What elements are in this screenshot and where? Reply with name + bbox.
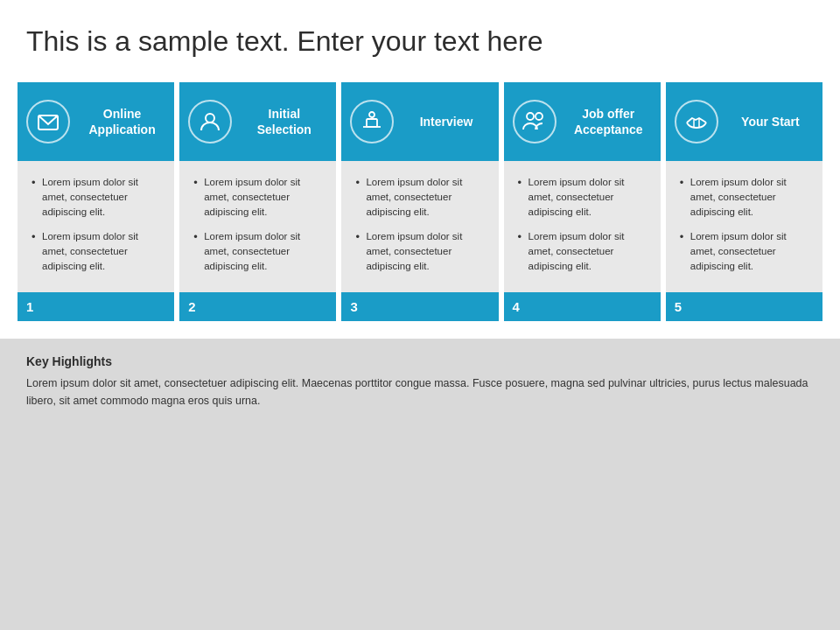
card-3-title: Interview [402,114,489,130]
svg-point-6 [536,113,542,120]
card-5-icon [675,100,718,144]
svg-point-5 [527,113,534,120]
card-2-body: Lorem ipsum dolor sit amet, consectetuer… [179,161,336,292]
list-item: Lorem ipsum dolor sit amet, consectetuer… [192,175,324,219]
card-1-header: OnlineApplication [18,82,174,161]
highlights-text: Lorem ipsum dolor sit amet, consectetuer… [26,375,814,410]
card-3-body: Lorem ipsum dolor sit amet, consectetuer… [341,161,498,292]
card-4-number: 4 [513,299,520,314]
card-1-body: Lorem ipsum dolor sit amet, consectetuer… [18,161,174,292]
card-5: Your Start Lorem ipsum dolor sit amet, c… [666,82,822,321]
card-2: InitialSelection Lorem ipsum dolor sit a… [179,82,336,321]
card-2-number: 2 [188,299,195,314]
list-item: Lorem ipsum dolor sit amet, consectetuer… [516,175,648,219]
list-item: Lorem ipsum dolor sit amet, consectetuer… [354,175,486,219]
card-2-footer: 2 [179,292,336,321]
list-item: Lorem ipsum dolor sit amet, consectetuer… [30,175,162,219]
highlights-section: Key Highlights Lorem ipsum dolor sit ame… [0,339,840,630]
card-4-header: Job offerAcceptance [504,82,661,161]
card-3-number: 3 [350,299,357,314]
svg-rect-2 [367,119,377,127]
card-2-icon [188,100,232,144]
card-3-header: Interview [341,82,498,161]
card-2-title: InitialSelection [241,106,327,137]
page-title: This is a sample text. Enter your text h… [26,24,814,58]
cards-row: OnlineApplication Lorem ipsum dolor sit … [18,74,822,321]
card-5-body: Lorem ipsum dolor sit amet, consectetuer… [666,161,822,292]
card-4-icon [513,100,556,144]
highlights-title: Key Highlights [26,354,814,368]
card-1-number: 1 [26,299,33,314]
card-5-footer: 5 [666,292,822,321]
list-item: Lorem ipsum dolor sit amet, consectetuer… [516,229,648,273]
card-1-footer: 1 [18,292,174,321]
card-1-icon [26,100,70,144]
main-container: This is a sample text. Enter your text h… [0,0,840,630]
card-4-title: Job offerAcceptance [565,106,652,137]
card-4-body: Lorem ipsum dolor sit amet, consectetuer… [504,161,661,292]
card-2-header: InitialSelection [179,82,336,161]
card-1: OnlineApplication Lorem ipsum dolor sit … [18,82,174,321]
cards-wrapper: OnlineApplication Lorem ipsum dolor sit … [0,74,840,321]
card-5-header: Your Start [666,82,822,161]
list-item: Lorem ipsum dolor sit amet, consectetuer… [678,229,810,273]
list-item: Lorem ipsum dolor sit amet, consectetuer… [30,229,162,273]
card-3: Interview Lorem ipsum dolor sit amet, co… [341,82,498,321]
card-1-title: OnlineApplication [79,106,165,137]
svg-point-1 [206,114,214,122]
header-section: This is a sample text. Enter your text h… [0,0,840,74]
list-item: Lorem ipsum dolor sit amet, consectetuer… [192,229,324,273]
card-4-footer: 4 [504,292,661,321]
list-item: Lorem ipsum dolor sit amet, consectetuer… [354,229,486,273]
list-item: Lorem ipsum dolor sit amet, consectetuer… [678,175,810,219]
spacer [0,321,840,339]
card-3-icon [350,100,394,144]
svg-point-4 [369,112,374,117]
card-5-number: 5 [675,299,682,314]
card-5-title: Your Start [727,114,814,130]
card-4: Job offerAcceptance Lorem ipsum dolor si… [504,82,661,321]
card-3-footer: 3 [341,292,498,321]
